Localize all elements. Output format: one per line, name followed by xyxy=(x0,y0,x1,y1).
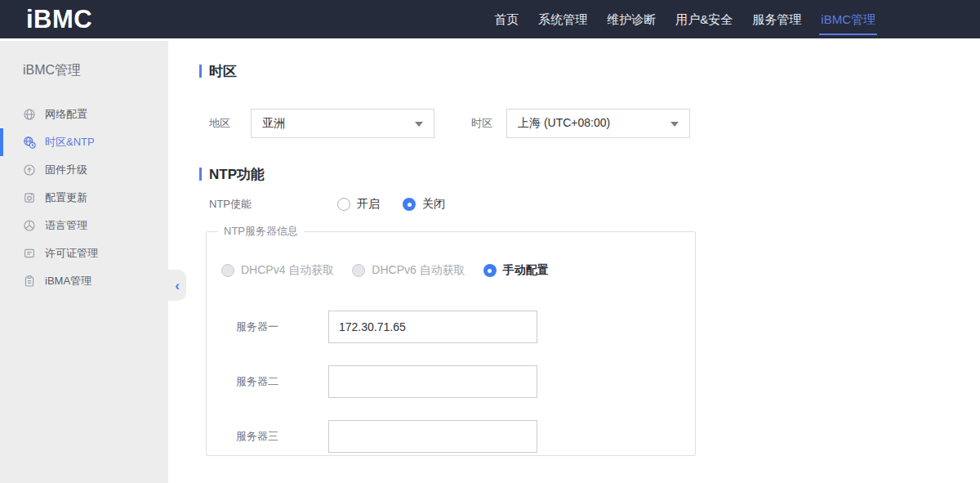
sidebar-item-config-update[interactable]: 配置更新 xyxy=(0,184,168,212)
ntp-server-group-legend: NTP服务器信息 xyxy=(218,224,304,239)
ntp-enable-radio-group: 开启 关闭 xyxy=(337,192,445,217)
firmware-upgrade-icon xyxy=(23,163,36,177)
title-accent-bar xyxy=(199,65,202,78)
ntp-mode-dhcpv4-label: DHCPv4 自动获取 xyxy=(241,263,334,278)
license-icon xyxy=(23,247,36,260)
server1-input[interactable] xyxy=(328,311,537,343)
language-icon xyxy=(23,219,36,232)
sidebar-item-label: 固件升级 xyxy=(45,163,87,177)
config-update-icon xyxy=(23,191,36,204)
timezone-section-title: 时区 xyxy=(199,64,237,78)
ntp-enable-off-label: 关闭 xyxy=(422,197,445,212)
top-navbar: iBMC 首页 系统管理 维护诊断 用户&安全 服务管理 iBMC管理 xyxy=(0,0,980,38)
ibma-clipboard-icon xyxy=(23,275,36,288)
ibmc-logo: iBMC xyxy=(26,0,92,38)
radio-disabled-icon xyxy=(352,264,365,277)
ntp-mode-dhcpv6-label: DHCPv6 自动获取 xyxy=(372,263,465,278)
title-accent-bar xyxy=(199,168,202,181)
sidebar-collapse-button[interactable]: ‹ xyxy=(168,270,186,301)
zone-label: 时区 xyxy=(471,109,492,138)
sidebar-item-firmware-upgrade[interactable]: 固件升级 xyxy=(0,156,168,184)
sidebar-item-license-management[interactable]: 许可证管理 xyxy=(0,239,168,267)
radio-checked-icon xyxy=(403,198,416,211)
timezone-select[interactable]: 上海 (UTC+08:00) xyxy=(506,109,690,138)
sidebar-item-language-management[interactable]: 语言管理 xyxy=(0,212,168,239)
nav-item-system-management[interactable]: 系统管理 xyxy=(538,0,587,38)
ntp-section-title: NTP功能 xyxy=(199,167,265,181)
timezone-section-title-text: 时区 xyxy=(209,62,237,81)
chevron-down-icon xyxy=(670,122,679,127)
ntp-mode-manual-label: 手动配置 xyxy=(503,263,549,278)
ntp-enable-on-label: 开启 xyxy=(357,197,380,212)
sidebar-item-label: 配置更新 xyxy=(45,190,87,205)
sidebar-item-network-config[interactable]: 网络配置 xyxy=(0,101,168,128)
nav-item-user-security[interactable]: 用户&安全 xyxy=(675,0,733,38)
region-label: 地区 xyxy=(209,109,230,138)
network-globe-icon xyxy=(23,108,36,121)
ntp-enable-label: NTP使能 xyxy=(209,192,252,217)
ntp-enable-on-option[interactable]: 开启 xyxy=(337,197,380,212)
server3-label: 服务器三 xyxy=(236,420,326,453)
sidebar: iBMC管理 网络配置 时区&NTP 固件升级 配置更新 xyxy=(0,41,168,483)
region-select-value: 亚洲 xyxy=(262,116,285,131)
sidebar-item-timezone-ntp[interactable]: 时区&NTP xyxy=(0,128,168,156)
sidebar-item-label: 语言管理 xyxy=(45,218,87,233)
radio-disabled-icon xyxy=(221,264,234,277)
nav-item-service-management[interactable]: 服务管理 xyxy=(752,0,801,38)
server1-label: 服务器一 xyxy=(236,311,326,343)
sidebar-item-label: iBMA管理 xyxy=(45,274,91,288)
radio-unchecked-icon xyxy=(337,198,350,211)
chevron-left-icon: ‹ xyxy=(175,279,180,293)
server3-input[interactable] xyxy=(328,420,537,453)
ntp-section-title-text: NTP功能 xyxy=(209,165,265,184)
sidebar-item-label: 许可证管理 xyxy=(45,246,98,261)
ntp-enable-off-option[interactable]: 关闭 xyxy=(403,197,445,212)
ntp-mode-dhcpv6-option: DHCPv6 自动获取 xyxy=(352,263,465,278)
sidebar-item-label: 时区&NTP xyxy=(45,135,95,150)
server2-label: 服务器二 xyxy=(236,365,326,398)
server2-input[interactable] xyxy=(328,365,537,398)
sidebar-menu: 网络配置 时区&NTP 固件升级 配置更新 语言管理 xyxy=(0,101,168,295)
sidebar-item-ibma-management[interactable]: iBMA管理 xyxy=(0,267,168,295)
nav-item-maintenance-diagnostics[interactable]: 维护诊断 xyxy=(607,0,656,38)
timezone-select-value: 上海 (UTC+08:00) xyxy=(518,116,610,131)
ntp-server-group: NTP服务器信息 DHCPv4 自动获取 DHCPv6 自动获取 手动配置 服务… xyxy=(206,224,696,456)
ntp-mode-dhcpv4-option: DHCPv4 自动获取 xyxy=(221,263,334,278)
top-nav-menu: 首页 系统管理 维护诊断 用户&安全 服务管理 iBMC管理 xyxy=(494,0,875,38)
sidebar-title: iBMC管理 xyxy=(0,41,168,79)
nav-item-ibmc-management[interactable]: iBMC管理 xyxy=(821,0,875,38)
timezone-clock-icon xyxy=(23,136,36,149)
nav-item-home[interactable]: 首页 xyxy=(494,0,519,38)
sidebar-item-label: 网络配置 xyxy=(45,107,87,122)
ntp-mode-manual-option[interactable]: 手动配置 xyxy=(483,263,549,278)
chevron-down-icon xyxy=(415,122,423,127)
ntp-mode-radio-group: DHCPv4 自动获取 DHCPv6 自动获取 手动配置 xyxy=(221,263,549,278)
region-select[interactable]: 亚洲 xyxy=(251,109,434,138)
radio-checked-icon xyxy=(483,264,497,277)
